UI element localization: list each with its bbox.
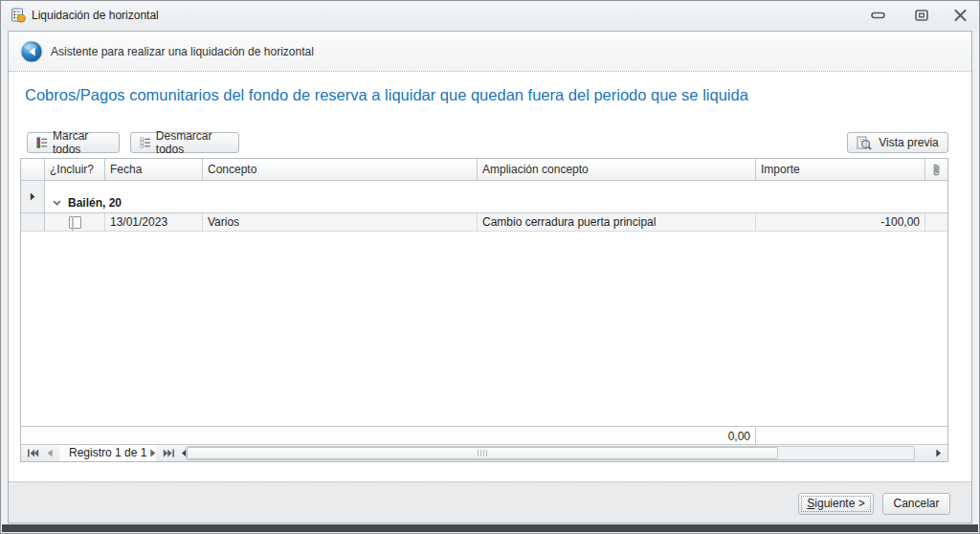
uncheck-list-icon bbox=[140, 136, 151, 149]
previous-record-button[interactable] bbox=[42, 447, 57, 459]
window-title: Liquidación de horizontal bbox=[32, 1, 159, 30]
grid-footer-row: 0,00 bbox=[21, 426, 947, 444]
window-body: Asistente para realizar una liquidación … bbox=[8, 31, 972, 523]
wizard-header: Asistente para realizar una liquidación … bbox=[9, 32, 971, 72]
current-row-arrow-icon bbox=[30, 192, 35, 201]
incluir-checkbox[interactable] bbox=[69, 216, 81, 229]
minimize-icon bbox=[871, 11, 885, 19]
incluir-cell bbox=[45, 213, 105, 231]
close-button[interactable] bbox=[950, 7, 969, 24]
button-bar: Siguiente > Cancelar bbox=[9, 481, 971, 523]
checkbox-inner bbox=[72, 216, 74, 232]
cancel-button[interactable]: Cancelar bbox=[882, 493, 950, 515]
maximize-button[interactable] bbox=[912, 7, 931, 24]
last-record-icon bbox=[163, 449, 175, 457]
cobros-pagos-grid: ¿Incluir? Fecha Concepto Ampliación conc… bbox=[20, 158, 948, 462]
ampliacion-cell: Cambio cerradura puerta principal bbox=[478, 213, 756, 231]
maximize-icon bbox=[915, 10, 928, 21]
scroll-right-icon bbox=[935, 449, 942, 457]
header-ampliacion[interactable]: Ampliación concepto bbox=[478, 159, 756, 180]
title-bar: Liquidación de horizontal bbox=[2, 1, 978, 30]
wizard-header-title: Asistente para realizar una liquidación … bbox=[51, 32, 314, 72]
attachment-cell bbox=[925, 213, 947, 231]
header-fecha[interactable]: Fecha bbox=[105, 159, 203, 180]
record-pager: Registro 1 de 1 bbox=[21, 444, 947, 461]
collapse-chevron-icon[interactable] bbox=[53, 200, 61, 206]
header-incluir[interactable]: ¿Incluir? bbox=[45, 159, 105, 180]
next-record-button[interactable] bbox=[145, 447, 161, 459]
close-icon bbox=[954, 10, 967, 21]
header-importe[interactable]: Importe bbox=[756, 159, 925, 180]
app-icon bbox=[11, 8, 26, 26]
first-record-icon bbox=[27, 449, 39, 457]
minimize-button[interactable] bbox=[868, 7, 887, 24]
paperclip-icon bbox=[932, 163, 941, 177]
header-attachments[interactable] bbox=[925, 159, 947, 180]
grid-header-row: ¿Incluir? Fecha Concepto Ampliación conc… bbox=[21, 159, 947, 181]
footer-total: 0,00 bbox=[21, 427, 756, 444]
next-button[interactable]: Siguiente > bbox=[798, 493, 874, 515]
wizard-window: Liquidación de horizontal bbox=[0, 0, 980, 534]
previous-record-icon bbox=[46, 449, 54, 457]
unmark-all-label: Desmarcar todos bbox=[156, 129, 230, 156]
next-record-icon bbox=[149, 449, 157, 457]
group-label: Bailén, 20 bbox=[68, 196, 122, 210]
row-indicator-cell bbox=[21, 213, 45, 231]
horizontal-scrollbar[interactable] bbox=[186, 446, 915, 460]
mark-all-label: Marcar todos bbox=[53, 129, 110, 156]
scroll-right-button[interactable] bbox=[930, 447, 946, 459]
last-record-button[interactable] bbox=[161, 447, 176, 459]
print-preview-icon bbox=[857, 136, 872, 150]
unmark-all-button[interactable]: Desmarcar todos bbox=[130, 132, 239, 153]
preview-label: Vista previa bbox=[879, 136, 938, 149]
back-arrow-icon bbox=[20, 40, 43, 63]
row-indicator-cell bbox=[21, 181, 45, 212]
first-record-button[interactable] bbox=[25, 447, 40, 459]
window-bottom-edge bbox=[2, 524, 978, 532]
scrollbar-thumb[interactable] bbox=[187, 447, 778, 459]
back-button[interactable] bbox=[20, 40, 43, 63]
header-indicator bbox=[21, 159, 45, 180]
focus-ring bbox=[801, 496, 871, 512]
page-title: Cobros/Pagos comunitarios del fondo de r… bbox=[25, 86, 748, 104]
table-row[interactable]: 13/01/2023 Varios Cambio cerradura puert… bbox=[21, 213, 947, 232]
concepto-cell: Varios bbox=[203, 213, 478, 231]
fecha-cell: 13/01/2023 bbox=[105, 213, 203, 231]
wizard-page: Cobros/Pagos comunitarios del fondo de r… bbox=[9, 73, 971, 481]
importe-cell: -100,00 bbox=[756, 213, 925, 231]
mark-all-button[interactable]: Marcar todos bbox=[27, 132, 120, 153]
record-count-label: Registro 1 de 1 bbox=[59, 445, 156, 461]
preview-button[interactable]: Vista previa bbox=[847, 132, 948, 153]
header-concepto[interactable]: Concepto bbox=[203, 159, 478, 180]
group-row[interactable]: Bailén, 20 bbox=[21, 181, 947, 213]
check-list-icon bbox=[36, 136, 48, 149]
cancel-label: Cancelar bbox=[893, 497, 939, 510]
